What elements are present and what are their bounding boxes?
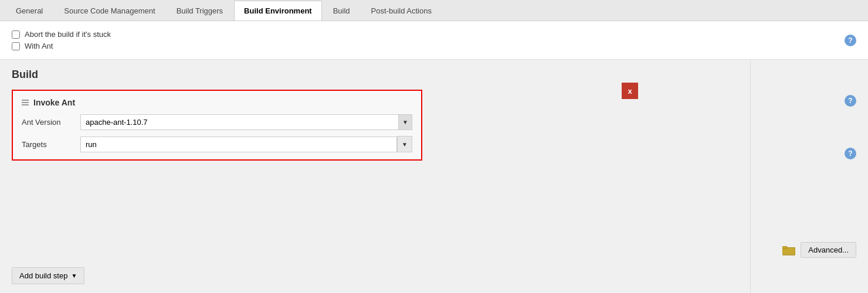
tab-build-environment[interactable]: Build Environment xyxy=(234,1,322,21)
add-step-dropdown-arrow: ▼ xyxy=(71,272,77,279)
build-section-title: Build xyxy=(12,69,856,81)
ant-version-label: Ant Version xyxy=(22,118,80,127)
build-step-fields: Ant Version apache-ant-1.10.7 ▼ Targets xyxy=(22,114,412,152)
tab-source-code-management[interactable]: Source Code Management xyxy=(54,1,165,21)
svg-rect-1 xyxy=(782,246,787,248)
delete-step-button[interactable]: x xyxy=(622,83,638,99)
targets-input[interactable] xyxy=(80,137,397,152)
tab-bar: General Source Code Management Build Tri… xyxy=(0,0,868,21)
ant-version-select[interactable]: apache-ant-1.10.7 xyxy=(80,114,412,130)
ant-version-wrapper: apache-ant-1.10.7 ▼ xyxy=(80,114,412,130)
folder-icon xyxy=(782,243,796,257)
drag-handle[interactable] xyxy=(22,100,29,105)
invoke-ant-help-icon[interactable]: ? xyxy=(845,95,856,107)
env-help-icon[interactable]: ? xyxy=(845,35,856,46)
tab-build-triggers[interactable]: Build Triggers xyxy=(167,1,233,21)
advanced-area: Advanced... xyxy=(782,242,856,258)
targets-label: Targets xyxy=(22,140,80,149)
targets-help-icon[interactable]: ? xyxy=(845,148,856,159)
main-content: Abort the build if it's stuck With Ant ?… xyxy=(0,21,868,293)
with-ant-label: With Ant xyxy=(25,42,53,50)
abort-build-checkbox[interactable] xyxy=(12,30,20,39)
tab-post-build-actions[interactable]: Post-build Actions xyxy=(361,1,442,21)
advanced-button[interactable]: Advanced... xyxy=(801,242,856,258)
with-ant-checkbox[interactable] xyxy=(12,42,20,50)
tab-general[interactable]: General xyxy=(6,1,53,21)
build-right-panel: ? ? xyxy=(845,95,856,159)
targets-row: Targets ▼ xyxy=(22,136,412,152)
vertical-separator xyxy=(750,60,751,293)
targets-dropdown-button[interactable]: ▼ xyxy=(397,136,412,152)
build-step-header: Invoke Ant xyxy=(22,98,412,107)
invoke-ant-card: x Invoke Ant Ant Version xyxy=(12,90,422,161)
build-section: Build x Invoke Ant xyxy=(0,60,868,293)
build-environment-section: Abort the build if it's stuck With Ant ? xyxy=(0,21,868,60)
abort-build-row: Abort the build if it's stuck xyxy=(12,30,856,39)
invoke-ant-title: Invoke Ant xyxy=(33,98,75,107)
targets-input-wrapper: ▼ xyxy=(80,136,412,152)
tab-build[interactable]: Build xyxy=(323,1,360,21)
ant-version-row: Ant Version apache-ant-1.10.7 ▼ xyxy=(22,114,412,130)
add-build-step-button[interactable]: Add build step ▼ xyxy=(12,267,84,284)
with-ant-row: With Ant xyxy=(12,42,856,50)
abort-build-label: Abort the build if it's stuck xyxy=(25,30,111,39)
